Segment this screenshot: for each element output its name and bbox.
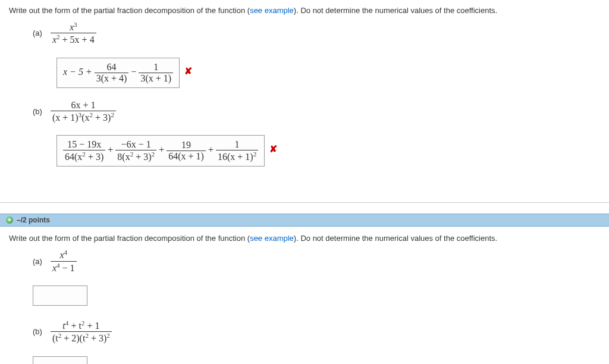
q1a-den-pre: x xyxy=(52,35,56,45)
see-example-link[interactable]: see example xyxy=(250,6,294,15)
q1a-f2-den: 3(x + 1) xyxy=(140,73,171,83)
plus: + xyxy=(108,145,113,155)
q1b-t2: −6x − 1 8(x2 + 3)2 xyxy=(115,139,156,162)
q2a-dpo: − 1 xyxy=(60,263,75,273)
q1b-t3-den: 64(x + 1) xyxy=(168,151,204,161)
q2a-num: x xyxy=(59,250,64,261)
q1b-t1-num: 15 − 19x xyxy=(67,139,101,149)
q1a-answer-box[interactable]: x − 5 + 64 3(x + 4) − 1 3(x + 1) xyxy=(56,58,180,88)
q1a-minus: − xyxy=(131,67,136,77)
q2b-fraction: t4 + t2 + 1 (t2 + 2)(t2 + 3)2 xyxy=(51,319,112,344)
q1-part-b: (b) 6x + 1 (x + 1)3(x2 + 3)2 xyxy=(33,100,600,123)
q1a-ans-frac1: 64 3(x + 4) xyxy=(95,62,129,84)
q1b-den-post: + 3) xyxy=(93,112,111,123)
q2b-dpo: + 3) xyxy=(89,334,106,344)
q2-part-a: (a) x4 x4 − 1 xyxy=(33,249,600,274)
see-example-link[interactable]: see example xyxy=(250,234,294,243)
wrong-icon: ✘ xyxy=(269,143,277,155)
q2-prompt: Write out the form of the partial fracti… xyxy=(9,234,600,243)
q1b-t2-dpo: + 3) xyxy=(133,152,151,162)
q2a-label: (a) xyxy=(33,257,42,266)
q1a-f1-num: 64 xyxy=(95,62,129,73)
q2a-ne: 4 xyxy=(64,249,68,256)
q1a-label: (a) xyxy=(33,29,42,37)
q2b-dm: + 2)(t xyxy=(61,334,85,344)
wrong-icon: ✘ xyxy=(184,65,192,77)
q1b-t4-den: 16(x + 1) xyxy=(218,152,253,162)
q2-part-b: (b) t4 + t2 + 1 (t2 + 2)(t2 + 3)2 xyxy=(33,319,600,344)
q1a-den-post: + 5x + 4 xyxy=(60,35,95,45)
q2a-answer-box[interactable] xyxy=(33,285,87,306)
q1b-t2-dp: 8(x xyxy=(117,152,130,162)
q1a-answer-row: x − 5 + 64 3(x + 4) − 1 3(x + 1) ✘ xyxy=(33,54,600,88)
points-bar: –/2 points xyxy=(0,214,609,227)
question-divider: –/2 points xyxy=(0,184,609,227)
q1a-f2-num: 1 xyxy=(139,62,173,73)
q2a-dp: x xyxy=(52,263,56,273)
q2-prompt-before: Write out the form of the partial fracti… xyxy=(9,234,250,243)
q1-prompt-before: Write out the form of the partial fracti… xyxy=(9,6,250,15)
q2b-dp: (t xyxy=(52,334,58,344)
q1b-t2-oe: 2 xyxy=(152,150,155,158)
plus: + xyxy=(208,145,214,155)
q1b-num: 6x + 1 xyxy=(71,100,95,110)
q1b-answer-box[interactable]: 15 − 19x 64(x2 + 3) + −6x − 1 8(x2 + 3)2… xyxy=(56,135,265,167)
q1b-t3: 19 64(x + 1) xyxy=(167,140,206,162)
q1b-answer-row: 15 − 19x 64(x2 + 3) + −6x − 1 8(x2 + 3)2… xyxy=(33,131,600,167)
q2a-fraction: x4 x4 − 1 xyxy=(51,249,77,274)
q1b-label: (b) xyxy=(33,107,42,116)
q1b-t4-num: 1 xyxy=(216,139,258,150)
q1-prompt-after: ). Do not determine the numerical values… xyxy=(294,6,497,15)
q1a-num-exp: 3 xyxy=(74,21,77,28)
q1a-fraction: x3 x2 + 5x + 4 xyxy=(51,21,96,46)
q1a-num: x xyxy=(70,22,74,32)
q1b-den-pre: (x + 1) xyxy=(52,112,79,123)
q1b-t4-de: 2 xyxy=(253,150,257,158)
plus: + xyxy=(159,145,164,155)
expand-icon[interactable] xyxy=(6,216,13,224)
q1a-ans-frac2: 1 3(x + 1) xyxy=(139,62,173,84)
q1b-de3: 2 xyxy=(111,111,114,118)
q1b-t1-dpo: + 3) xyxy=(86,152,103,162)
q1b-t1: 15 − 19x 64(x2 + 3) xyxy=(63,139,105,162)
q2-prompt-after: ). Do not determine the numerical values… xyxy=(294,234,497,243)
q2b-nm: + t xyxy=(68,321,81,331)
q1b-t1-dp: 64(x xyxy=(65,152,82,162)
q1b-t3-num: 19 xyxy=(167,140,206,150)
q2b-doe: 2 xyxy=(106,332,110,339)
q1b-t4: 1 16(x + 1)2 xyxy=(216,139,258,162)
q2b-answer-box[interactable] xyxy=(33,356,87,364)
q1a-f1-den: 3(x + 4) xyxy=(96,73,127,83)
q1-prompt: Write out the form of the partial fracti… xyxy=(9,6,600,15)
q1a-ans-lead: x − 5 + xyxy=(63,67,92,77)
q1b-t2-num: −6x − 1 xyxy=(121,139,151,149)
q2b-label: (b) xyxy=(33,327,42,336)
q1-part-a: (a) x3 x2 + 5x + 4 xyxy=(33,21,600,46)
points-text: –/2 points xyxy=(17,216,50,224)
q1b-fraction: 6x + 1 (x + 1)3(x2 + 3)2 xyxy=(51,100,116,123)
q1b-den-mid: (x xyxy=(81,112,89,123)
q2b-npo: + 1 xyxy=(84,321,99,331)
